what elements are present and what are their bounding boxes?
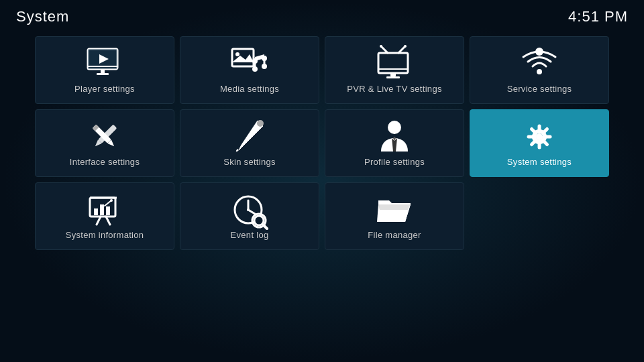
app-title: System [16, 8, 69, 25]
current-time: 4:51 PM [568, 8, 628, 25]
skin-settings-icon-area [229, 110, 270, 157]
svg-point-18 [380, 45, 382, 48]
grid-item-file-manager[interactable]: File manager [325, 182, 464, 250]
grid-item-pvr-settings[interactable]: PVR & Live TV settings [325, 36, 464, 104]
pvr-settings-label: PVR & Live TV settings [347, 84, 441, 94]
event-log-icon [229, 190, 270, 230]
svg-rect-45 [94, 208, 98, 215]
service-settings-icon-area [519, 37, 559, 84]
player-settings-icon-area [85, 37, 125, 84]
svg-line-42 [97, 217, 101, 225]
svg-point-7 [235, 52, 239, 56]
svg-point-31 [388, 121, 401, 134]
grid-item-player-settings[interactable]: Player settings [35, 36, 174, 104]
svg-line-39 [544, 129, 547, 132]
svg-point-23 [537, 69, 542, 74]
svg-marker-8 [232, 54, 254, 62]
system-settings-icon-area [519, 110, 559, 157]
skin-settings-label: Skin settings [223, 157, 276, 167]
grid-item-skin-settings[interactable]: Skin settings [180, 109, 319, 177]
svg-line-43 [106, 217, 110, 225]
pvr-settings-icon-area [374, 37, 415, 84]
svg-rect-21 [390, 73, 396, 76]
grid-item-system-settings[interactable]: System settings [470, 109, 609, 177]
svg-rect-15 [378, 53, 408, 73]
grid-item-system-information[interactable]: System information [35, 182, 174, 250]
pvr-icon [374, 44, 415, 84]
grid-item-interface-settings[interactable]: Interface settings [35, 109, 174, 177]
grid-item-profile-settings[interactable]: Profile settings [325, 109, 464, 177]
grid-item-media-settings[interactable]: Media settings [180, 36, 319, 104]
svg-rect-46 [100, 204, 104, 215]
file-manager-label: File manager [368, 230, 421, 240]
system-information-label: System information [66, 230, 144, 240]
grid-item-event-log[interactable]: Event log [180, 182, 319, 250]
svg-point-14 [262, 64, 267, 69]
profile-icon [374, 117, 415, 157]
player-icon [85, 44, 125, 84]
event-log-icon-area [229, 183, 270, 230]
svg-line-38 [544, 141, 547, 144]
svg-point-53 [247, 208, 250, 211]
svg-line-55 [264, 225, 267, 229]
media-settings-label: Media settings [220, 84, 279, 94]
svg-line-37 [532, 129, 535, 132]
player-settings-label: Player settings [74, 84, 135, 94]
profile-settings-icon-area [374, 110, 415, 157]
system-icon [519, 117, 559, 157]
system-settings-label: System settings [507, 157, 572, 167]
svg-line-40 [532, 141, 535, 144]
system-information-icon [85, 190, 125, 230]
profile-settings-label: Profile settings [364, 157, 425, 167]
interface-settings-label: Interface settings [70, 157, 140, 167]
service-settings-label: Service settings [507, 84, 572, 94]
system-information-icon-area [85, 183, 125, 230]
skin-icon [229, 117, 270, 157]
svg-rect-22 [386, 76, 400, 78]
svg-point-49 [110, 199, 113, 202]
svg-rect-4 [97, 73, 109, 75]
file-manager-icon [374, 190, 415, 230]
svg-point-19 [404, 45, 407, 48]
event-log-label: Event log [231, 230, 269, 240]
svg-rect-47 [106, 206, 110, 215]
interface-icon [85, 117, 125, 157]
service-icon [519, 44, 559, 84]
header: System 4:51 PM [0, 0, 644, 34]
svg-point-13 [252, 66, 258, 72]
svg-point-24 [535, 48, 543, 56]
settings-grid: Player settings Media settings [0, 34, 644, 253]
media-settings-icon-area [229, 37, 270, 84]
interface-settings-icon-area [85, 110, 125, 157]
media-icon [229, 44, 270, 84]
grid-item-service-settings[interactable]: Service settings [470, 36, 609, 104]
svg-rect-3 [101, 69, 105, 73]
file-manager-icon-area [374, 183, 415, 230]
